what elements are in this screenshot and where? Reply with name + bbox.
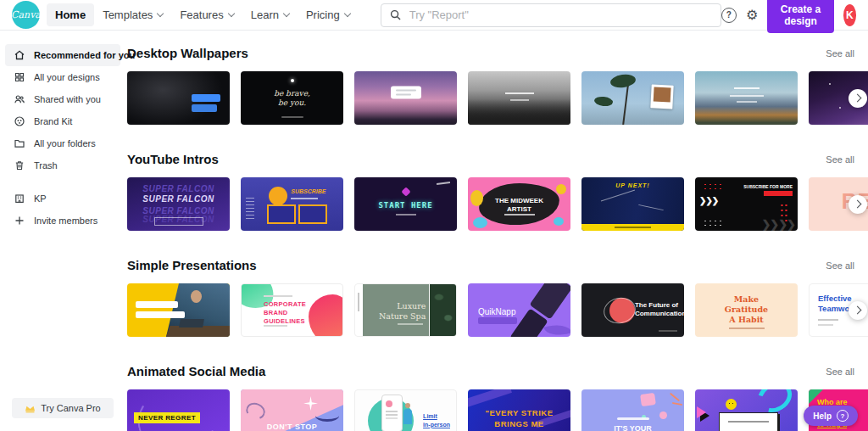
sidebar-item-label: Recommended for you — [34, 50, 135, 60]
question-mark-glyph: ? — [721, 8, 737, 23]
template-start-here-intro[interactable]: START HERE — [354, 177, 457, 231]
template-its-your-post[interactable]: IT'S YOUR — [581, 389, 684, 431]
decor-shape — [192, 104, 217, 112]
settings-gear-icon[interactable]: ⚙ — [746, 8, 758, 22]
see-all-link[interactable]: See all — [826, 260, 854, 271]
sidebar-item-team-kp[interactable]: KP — [5, 188, 120, 210]
sidebar-item-invite-members[interactable]: Invite members — [5, 210, 120, 232]
nav-home[interactable]: Home — [47, 3, 94, 26]
template-subscribe-for-more-intro[interactable]: SUBSCRIBE FOR MORE — [695, 177, 798, 231]
decor-shape — [729, 327, 765, 329]
template-be-brave-wallpaper[interactable]: be brave, be you. — [241, 71, 343, 125]
decor-shape — [315, 410, 339, 422]
decor-shape — [730, 95, 764, 97]
decor-shape — [764, 191, 793, 196]
brand-kit-icon — [14, 115, 25, 127]
template-subscribe-intro[interactable]: SUBSCRIBE — [241, 177, 343, 231]
template-text: IT'S YOUR — [581, 424, 684, 431]
topbar-actions: ? ⚙ Create a design K — [721, 0, 856, 33]
template-up-next-intro[interactable]: UP NEXT! — [581, 177, 684, 231]
create-a-design-button[interactable]: Create a design — [767, 0, 834, 33]
search-input[interactable] — [408, 8, 712, 22]
template-palm-trees-wallpaper[interactable] — [581, 71, 684, 125]
decor-shape — [136, 311, 185, 318]
template-dark-abstract-wallpaper[interactable] — [127, 71, 230, 125]
sidebar-item-all-designs[interactable]: All your designs — [5, 66, 120, 88]
sidebar-item-trash[interactable]: Trash — [5, 154, 120, 176]
canva-logo[interactable]: Canva — [12, 1, 40, 29]
try-canva-pro-button[interactable]: Try Canva Pro — [12, 398, 114, 418]
avatar[interactable]: K — [843, 4, 856, 26]
folder-icon — [14, 137, 25, 149]
main-content: Desktop Wallpapers See all be brave, be … — [125, 31, 868, 430]
sidebar-item-folders[interactable]: All your folders — [5, 132, 120, 154]
main-nav: Home Templates Features Learn Pricing — [47, 3, 359, 26]
decor-shape — [703, 219, 725, 227]
help-icon[interactable]: ? — [721, 8, 737, 23]
template-text: Limit in-person — [423, 412, 450, 429]
template-row: NEVER REGRET DON'T STOP Limit in-person — [127, 389, 868, 431]
chevrons-decor — [699, 196, 718, 205]
template-make-gratitude-a-habit[interactable]: Make Gratitude A Habit — [695, 283, 798, 337]
decor-shape — [246, 198, 254, 220]
template-limit-in-person-post[interactable]: Limit in-person — [354, 389, 457, 431]
sidebar-item-recommended[interactable]: Recommended for you — [5, 44, 120, 66]
template-dont-stop-post[interactable]: DON'T STOP — [241, 389, 343, 431]
template-yellow-laptop-presentation[interactable] — [127, 283, 230, 337]
next-arrow-button[interactable] — [849, 301, 867, 320]
template-text: DON'T STOP — [241, 423, 343, 431]
decor-shape — [136, 301, 178, 308]
sidebar-item-brand-kit[interactable]: Brand Kit — [5, 110, 120, 132]
decor-shape — [264, 295, 292, 297]
decor-shape — [543, 320, 570, 337]
template-midweek-artist-intro[interactable]: THE MIDWEEK ARTIST — [468, 177, 570, 231]
decor-shape — [358, 293, 359, 311]
template-super-falcon-intro[interactable]: SUPER FALCON SUPER FALCON SUPER FALCON S… — [127, 177, 230, 231]
nav-features[interactable]: Features — [171, 3, 242, 26]
plus-icon — [14, 215, 25, 227]
template-mountain-valley-wallpaper[interactable] — [695, 71, 798, 125]
nav-learn[interactable]: Learn — [242, 3, 298, 26]
nav-pricing[interactable]: Pricing — [298, 3, 359, 26]
next-arrow-button[interactable] — [849, 195, 867, 214]
template-never-regret-post[interactable]: NEVER REGRET — [127, 389, 230, 431]
template-text: SUPER FALCON — [127, 194, 230, 204]
nav-templates[interactable]: Templates — [94, 3, 171, 26]
sidebar-item-shared[interactable]: Shared with you — [5, 88, 120, 110]
see-all-link[interactable]: See all — [826, 154, 854, 165]
decor-shape — [556, 184, 566, 194]
chevron-down-icon — [283, 10, 290, 17]
chevron-right-icon — [853, 94, 861, 103]
see-all-link[interactable]: See all — [826, 48, 854, 59]
decor-shape — [505, 92, 534, 94]
template-quiknapp[interactable]: QuikNapp — [468, 283, 570, 337]
section-title: YouTube Intros — [127, 152, 219, 167]
search-bar[interactable] — [381, 3, 721, 27]
chevron-right-icon — [853, 306, 861, 315]
template-every-strike-post[interactable]: "EVERY STRIKE BRINGS ME — [468, 389, 570, 431]
template-future-of-communication[interactable]: The Future of Communication — [581, 283, 684, 337]
section-simple-presentations: Simple Presentations See all — [127, 258, 868, 337]
nav-pricing-label: Pricing — [306, 8, 340, 21]
template-birthday-card-post[interactable] — [695, 389, 798, 431]
template-corporate-brand-guidelines[interactable]: CORPORATE BRAND GUIDELINES — [241, 283, 343, 337]
template-sunset-sky-wallpaper[interactable] — [354, 71, 457, 125]
template-text: NEVER REGRET — [134, 412, 200, 423]
template-text: CORPORATE BRAND GUIDELINES — [264, 300, 306, 325]
template-gray-mountains-wallpaper[interactable] — [468, 71, 570, 125]
nav-features-label: Features — [180, 8, 223, 21]
chevrons-decor — [761, 218, 795, 231]
top-navigation-bar: Canva Home Templates Features Learn Pric… — [0, 0, 868, 31]
decor-shape — [154, 217, 203, 226]
sidebar-item-label: Brand Kit — [34, 116, 72, 126]
see-all-link[interactable]: See all — [826, 367, 854, 377]
template-text: Luxure Nature Spa — [379, 301, 426, 322]
decor-shape — [737, 101, 757, 103]
template-luxure-nature-spa[interactable]: Luxure Nature Spa — [354, 283, 457, 337]
search-icon — [390, 9, 401, 20]
next-arrow-button[interactable] — [849, 89, 867, 108]
decor-shape — [672, 402, 682, 406]
template-text: SUBSCRIBE — [291, 188, 326, 194]
sidebar-item-label: All your designs — [34, 72, 100, 82]
help-button[interactable]: Help ? — [804, 406, 858, 426]
